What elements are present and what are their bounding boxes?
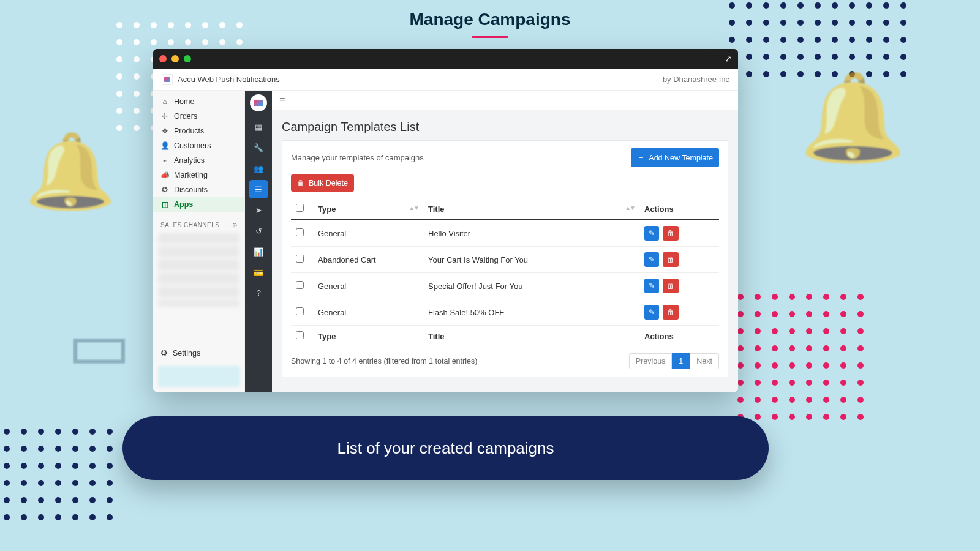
table-info: Showing 1 to 4 of 4 entries (filtered fr…	[291, 357, 477, 365]
mini-wrench-icon[interactable]: 🔧	[249, 138, 268, 157]
settings-link[interactable]: ⚙ Settings	[153, 345, 208, 361]
row-type: General	[313, 220, 423, 247]
app-logo-icon	[162, 74, 173, 85]
maximize-icon[interactable]	[184, 55, 191, 62]
nav-label: Apps	[174, 200, 193, 209]
mini-card-icon[interactable]: 💳	[249, 263, 268, 282]
page-title: Campaign Templates List	[282, 120, 728, 134]
add-channel-icon[interactable]: ⊕	[232, 222, 238, 228]
nav-label: Products	[174, 127, 204, 135]
nav-label: Discounts	[174, 186, 208, 194]
sidebar-item-home[interactable]: ⌂Home	[153, 94, 244, 109]
sales-channels-label: SALES CHANNELS ⊕	[153, 216, 244, 231]
col-type-label: Type	[318, 204, 336, 214]
bulk-delete-label: Bulk Delete	[309, 179, 348, 187]
sort-icon[interactable]: ▲▼	[409, 204, 418, 211]
edit-icon: ✎	[649, 282, 655, 290]
gear-icon: ⚙	[160, 348, 168, 358]
nav-icon: ⌂	[160, 97, 169, 106]
mini-send-icon[interactable]: ➤	[249, 201, 268, 219]
shop-sidebar: ⌂Home✢Orders❖Products👤Customers⫘Analytic…	[153, 91, 245, 392]
fullscreen-icon[interactable]: ⤢	[725, 54, 732, 64]
nav-icon: ◫	[160, 200, 169, 209]
trash-icon: 🗑	[667, 229, 674, 238]
row-checkbox[interactable]	[296, 255, 304, 263]
mini-help-icon[interactable]: ？	[249, 284, 268, 302]
nav-icon: ❖	[160, 127, 169, 135]
caption-pill: List of your created campaigns	[123, 416, 769, 480]
window-controls	[159, 55, 191, 62]
pager-prev-button[interactable]: Previous	[629, 353, 673, 369]
nav-label: Analytics	[174, 156, 205, 165]
close-icon[interactable]	[159, 55, 167, 62]
sidebar-item-orders[interactable]: ✢Orders	[153, 109, 244, 124]
sort-icon[interactable]: ▲▼	[625, 204, 635, 211]
row-title: Your Cart Is Waiting For You	[423, 247, 639, 273]
sidebar-item-customers[interactable]: 👤Customers	[153, 138, 244, 153]
row-title: Flash Sale! 50% OFF	[423, 299, 639, 326]
row-title: Hello Visiter	[423, 220, 639, 247]
trash-icon: 🗑	[667, 308, 674, 317]
col-title-label: Title	[428, 204, 445, 214]
row-checkbox[interactable]	[296, 228, 304, 236]
delete-button[interactable]: 🗑	[663, 226, 679, 241]
content-topbar: ≡	[272, 91, 738, 110]
table-row: Abandoned CartYour Cart Is Waiting For Y…	[291, 247, 719, 273]
add-template-button[interactable]: ＋ Add New Template	[631, 148, 719, 167]
edit-button[interactable]: ✎	[644, 226, 659, 241]
nav-label: Customers	[174, 141, 211, 150]
app-window: ⤢ Accu Web Push Notifications by Dhanash…	[153, 49, 738, 392]
edit-button[interactable]: ✎	[644, 305, 659, 320]
sidebar-item-discounts[interactable]: ✪Discounts	[153, 182, 244, 197]
minimize-icon[interactable]	[172, 55, 179, 62]
delete-button[interactable]: 🗑	[663, 252, 679, 267]
mini-users-icon[interactable]: 👥	[249, 159, 268, 178]
app-byline: by Dhanashree Inc	[663, 75, 729, 84]
panel-subtitle: Manage your templates of campaigns	[291, 153, 424, 162]
templates-table: Type▲▼ Title▲▼ Actions GeneralHello Visi…	[291, 198, 719, 347]
nav-icon: ✢	[160, 112, 169, 121]
select-all-checkbox[interactable]	[296, 204, 304, 212]
col-actions-label: Actions	[644, 204, 674, 214]
table-row: GeneralSpecial Offer! Just For You✎🗑	[291, 273, 719, 299]
channels-blurred	[158, 233, 239, 307]
mini-chart-icon[interactable]: 📊	[249, 242, 268, 261]
table-row: GeneralFlash Sale! 50% OFF✎🗑	[291, 299, 719, 326]
caption-text: List of your created campaigns	[337, 439, 554, 458]
pagination: Previous 1 Next	[629, 353, 719, 369]
bulk-delete-button[interactable]: 🗑 Bulk Delete	[291, 174, 354, 192]
edit-button[interactable]: ✎	[644, 252, 659, 267]
trash-icon: 🗑	[667, 282, 674, 290]
sidebar-item-marketing[interactable]: 📣Marketing	[153, 168, 244, 182]
add-template-label: Add New Template	[649, 154, 713, 162]
edit-button[interactable]: ✎	[644, 279, 659, 293]
row-checkbox[interactable]	[296, 307, 304, 315]
app-mini-sidebar: ▦ 🔧 👥 ☰ ➤ ↺ 📊 💳 ？	[245, 91, 272, 392]
hamburger-icon[interactable]: ≡	[279, 95, 285, 106]
row-type: General	[313, 299, 423, 326]
sidebar-item-products[interactable]: ❖Products	[153, 124, 244, 138]
page-heading-block: Manage Campaigns	[0, 0, 980, 38]
row-type: Abandoned Cart	[313, 247, 423, 273]
page-heading: Manage Campaigns	[0, 10, 980, 29]
mini-grid-icon[interactable]: ▦	[249, 118, 268, 136]
select-all-footer-checkbox[interactable]	[296, 331, 304, 339]
pager-page-button[interactable]: 1	[672, 353, 690, 369]
row-title: Special Offer! Just For You	[423, 273, 639, 299]
nav-label: Marketing	[174, 171, 208, 179]
pager-next-button[interactable]: Next	[690, 353, 719, 369]
nav-label: Home	[174, 97, 194, 106]
delete-button[interactable]: 🗑	[663, 279, 679, 293]
sidebar-item-apps[interactable]: ◫Apps	[153, 197, 244, 212]
mini-history-icon[interactable]: ↺	[249, 222, 268, 240]
plus-icon: ＋	[637, 152, 645, 163]
delete-button[interactable]: 🗑	[663, 305, 679, 320]
templates-panel: Manage your templates of campaigns ＋ Add…	[282, 140, 728, 377]
sidebar-item-analytics[interactable]: ⫘Analytics	[153, 153, 244, 168]
edit-icon: ✎	[649, 255, 655, 264]
mini-list-icon[interactable]: ☰	[249, 180, 268, 198]
table-row: GeneralHello Visiter✎🗑	[291, 220, 719, 247]
nav-icon: ✪	[160, 186, 169, 194]
trash-icon: 🗑	[667, 255, 674, 264]
row-checkbox[interactable]	[296, 281, 304, 289]
